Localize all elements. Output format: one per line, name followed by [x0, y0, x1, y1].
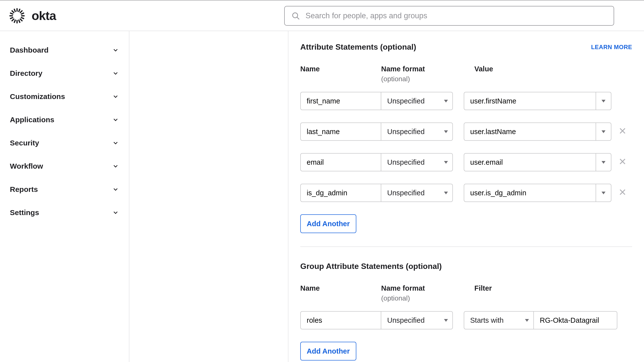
- dropdown-caret-icon: [525, 319, 529, 322]
- attr-row: Unspecified: [300, 122, 632, 141]
- attr-rows: Unspecified Unspecified: [300, 92, 632, 202]
- add-attr-button[interactable]: Add Another: [300, 214, 356, 233]
- dropdown-caret-icon: [444, 319, 448, 322]
- attr-row: Unspecified: [300, 92, 632, 110]
- col-format-header: Name format (optional): [381, 65, 464, 83]
- sidebar-item-directory[interactable]: Directory: [0, 62, 129, 85]
- attr-name-input[interactable]: [300, 92, 381, 110]
- group-filter-op-value: Starts with: [470, 316, 504, 324]
- dropdown-caret-icon: [444, 161, 448, 164]
- col-name-header: Name: [300, 284, 381, 302]
- group-column-headers: Name Name format (optional) Filter: [300, 284, 632, 302]
- attr-value-text[interactable]: [470, 97, 590, 105]
- attr-value-text[interactable]: [470, 128, 590, 136]
- dropdown-caret-icon: [444, 130, 448, 133]
- sidebar-item-applications[interactable]: Applications: [0, 108, 129, 131]
- attr-name-text[interactable]: [307, 128, 375, 136]
- remove-row-button[interactable]: [619, 127, 626, 136]
- sidebar-item-label: Directory: [10, 69, 42, 78]
- attr-value-text[interactable]: [470, 158, 590, 166]
- attr-format-select[interactable]: Unspecified: [381, 184, 453, 202]
- attr-name-text[interactable]: [307, 158, 375, 166]
- svg-rect-0: [16, 8, 18, 12]
- close-icon: [619, 158, 626, 165]
- attr-row: Unspecified: [300, 153, 632, 171]
- group-filter-value-input[interactable]: [534, 311, 617, 330]
- sidebar-item-workflow[interactable]: Workflow: [0, 154, 129, 178]
- dropdown-caret-icon: [602, 130, 606, 133]
- attr-value-input[interactable]: [464, 184, 596, 202]
- sidebar-item-customizations[interactable]: Customizations: [0, 85, 129, 108]
- svg-line-2: [297, 17, 299, 19]
- okta-sunburst-icon: [10, 8, 25, 24]
- chevron-down-icon: [112, 116, 119, 123]
- section-divider: [300, 246, 632, 247]
- attr-format-select[interactable]: Unspecified: [381, 122, 453, 141]
- sidebar-item-label: Customizations: [10, 92, 65, 101]
- col-name-header: Name: [300, 65, 381, 83]
- chevron-down-icon: [112, 186, 119, 193]
- chevron-down-icon: [112, 70, 119, 77]
- group-name-text[interactable]: [307, 316, 375, 324]
- sidebar-item-label: Dashboard: [10, 46, 49, 54]
- learn-more-link[interactable]: LEARN MORE: [591, 44, 632, 50]
- topbar: okta: [0, 0, 644, 31]
- sidebar-item-reports[interactable]: Reports: [0, 178, 129, 201]
- attr-format-value: Unspecified: [387, 158, 425, 166]
- chevron-down-icon: [112, 209, 119, 216]
- attr-name-input[interactable]: [300, 122, 381, 141]
- attr-value-input[interactable]: [464, 92, 596, 110]
- chevron-down-icon: [112, 163, 119, 170]
- col-filter-header: Filter: [474, 284, 632, 302]
- sidebar-item-label: Settings: [10, 208, 39, 217]
- remove-row-button[interactable]: [619, 188, 626, 198]
- group-filter-value-text[interactable]: [540, 316, 611, 324]
- attr-value-dropdown[interactable]: [596, 92, 612, 110]
- attr-format-value: Unspecified: [387, 97, 425, 105]
- sidebar-item-label: Security: [10, 139, 39, 147]
- attr-name-text[interactable]: [307, 97, 375, 105]
- group-section-title: Group Attribute Statements (optional): [300, 262, 632, 271]
- main: Dashboard Directory Customizations Appli…: [0, 31, 644, 362]
- attr-format-select[interactable]: Unspecified: [381, 153, 453, 171]
- attr-name-input[interactable]: [300, 184, 381, 202]
- group-filter-op-select[interactable]: Starts with: [464, 311, 534, 330]
- attr-format-select[interactable]: Unspecified: [381, 92, 453, 110]
- middle-column: [130, 31, 288, 362]
- search-icon: [292, 12, 300, 20]
- attr-value-dropdown[interactable]: [596, 122, 612, 141]
- group-name-input[interactable]: [300, 311, 381, 330]
- search-wrap: [284, 6, 614, 26]
- chevron-down-icon: [112, 140, 119, 146]
- search-box[interactable]: [284, 6, 614, 26]
- attr-format-value: Unspecified: [387, 128, 425, 136]
- attr-row: Unspecified: [300, 184, 632, 202]
- search-input[interactable]: [306, 11, 614, 20]
- attr-name-input[interactable]: [300, 153, 381, 171]
- attr-value-input[interactable]: [464, 153, 596, 171]
- attr-value-dropdown[interactable]: [596, 184, 612, 202]
- attr-value-dropdown[interactable]: [596, 153, 612, 171]
- dropdown-caret-icon: [444, 100, 448, 102]
- col-format-header: Name format (optional): [381, 284, 464, 302]
- col-value-header: Value: [474, 65, 632, 83]
- attr-column-headers: Name Name format (optional) Value: [300, 65, 632, 83]
- attr-section-header: Attribute Statements (optional) LEARN MO…: [300, 42, 632, 52]
- dropdown-caret-icon: [602, 192, 606, 194]
- sidebar-item-dashboard[interactable]: Dashboard: [0, 38, 129, 62]
- sidebar-item-label: Applications: [10, 116, 54, 124]
- attr-format-value: Unspecified: [387, 189, 425, 197]
- sidebar-item-settings[interactable]: Settings: [0, 201, 129, 224]
- sidebar-item-security[interactable]: Security: [0, 131, 129, 154]
- remove-row-button[interactable]: [619, 158, 626, 167]
- attr-value-input[interactable]: [464, 122, 596, 141]
- attr-name-text[interactable]: [307, 189, 375, 197]
- brand-logo[interactable]: okta: [10, 8, 56, 24]
- group-format-select[interactable]: Unspecified: [381, 311, 453, 330]
- add-group-button[interactable]: Add Another: [300, 342, 356, 360]
- close-icon: [619, 188, 626, 196]
- attr-section-title: Attribute Statements (optional): [300, 42, 416, 52]
- dropdown-caret-icon: [444, 192, 448, 194]
- attr-value-text[interactable]: [470, 189, 590, 197]
- content: Attribute Statements (optional) LEARN MO…: [288, 31, 644, 362]
